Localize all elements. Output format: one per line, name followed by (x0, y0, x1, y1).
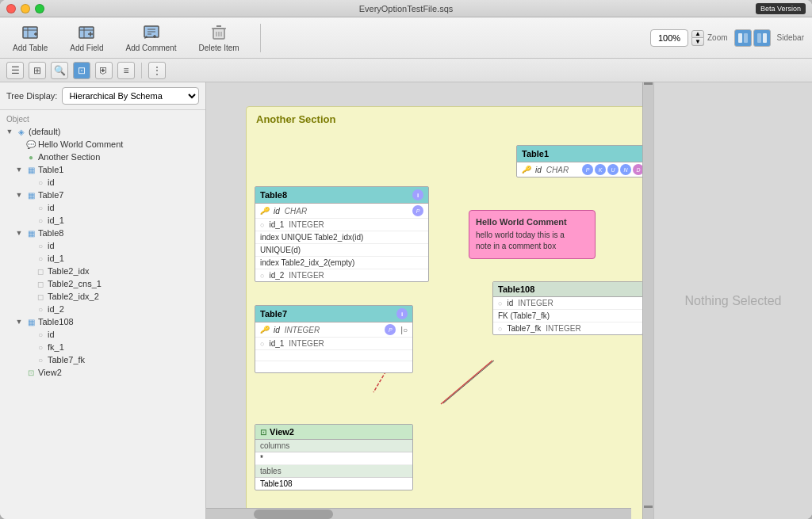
canvas[interactable]: Another Section (206, 82, 642, 519)
table8-row-unique[interactable]: UNIQUE(d) (255, 244, 428, 257)
tree-item-table108-t7fk[interactable]: ▶ ○ Table7_fk (0, 353, 205, 366)
tree-arrow-table1[interactable]: ▼ (14, 165, 24, 174)
tree-item-table108-fk1[interactable]: ▶ ○ fk_1 (0, 341, 205, 353)
tree-item-table108-id[interactable]: ▶ ○ id (0, 328, 205, 341)
tree-item-table7-id1[interactable]: ▶ ○ id_1 (0, 214, 205, 227)
zoom-up-button[interactable]: ▲ (691, 30, 704, 38)
field-icon-t7-id1: ○ (35, 215, 46, 226)
table1-header[interactable]: Table1 i (517, 146, 642, 162)
tree-arrow-default[interactable]: ▼ (5, 127, 14, 136)
table108-header[interactable]: Table108 (493, 282, 642, 297)
minimize-button[interactable] (21, 4, 30, 13)
add-comment-button[interactable]: Add Comment (121, 20, 182, 55)
tree-item-table8-idx2[interactable]: ▶ ◻ Table2_idx_2 (0, 290, 205, 303)
svg-rect-23 (738, 33, 742, 43)
field-action-2[interactable]: K (595, 164, 606, 175)
tree-item-table108[interactable]: ▼ ▦ Table108 (0, 315, 205, 328)
table108-row-fk[interactable]: FK (Table7_fk) (493, 310, 642, 322)
tree-arrow-table108[interactable]: ▼ (14, 317, 24, 326)
text-view-button[interactable]: ≡ (117, 62, 135, 79)
table7-info-btn[interactable]: i (396, 308, 408, 319)
hello-world-comment-box[interactable]: Hello World Comment hello world today th… (469, 210, 596, 259)
window-title: EveryOptionTestFile.sqs (359, 4, 454, 13)
tree-label-t8-id: id (48, 241, 55, 250)
tree-label-table7: Table7 (38, 190, 63, 200)
table8-row-id[interactable]: 🔑 id CHAR P (255, 204, 428, 219)
tree-label-t108-fk1: fk_1 (48, 342, 64, 352)
main-window: EveryOptionTestFile.sqs Beta Version Add… (0, 0, 812, 519)
field-action-3[interactable]: U (607, 164, 619, 175)
tree-item-default[interactable]: ▼ ◈ (default) (0, 125, 205, 138)
vertical-scrollbar[interactable] (642, 82, 653, 519)
field-icon-t108-id: ○ (35, 329, 46, 340)
view2-table-108[interactable]: Table108 (255, 478, 412, 490)
field-icon-idx2: ◻ (35, 291, 46, 302)
t7-field-btn[interactable]: P (385, 324, 396, 335)
table8-row-id1[interactable]: ○ id_1 INTEGER (255, 219, 428, 231)
grid-view-button[interactable]: ⊞ (29, 62, 46, 79)
sidebar-panel-button[interactable] (734, 29, 752, 47)
horizontal-scrollbar[interactable] (206, 508, 631, 519)
object-label: Object (0, 113, 205, 125)
tree-item-table8-id[interactable]: ▶ ○ id (0, 239, 205, 252)
tree-label-t108-id: id (48, 330, 55, 339)
table8-info-btn[interactable]: i (412, 189, 423, 200)
add-table-button[interactable]: Add Table (8, 20, 52, 55)
tree-item-hello-world[interactable]: ▶ 💬 Hello World Comment (0, 138, 205, 151)
add-table-icon (21, 23, 40, 42)
table1-row-id[interactable]: 🔑 id CHAR P K U N D A N (517, 162, 642, 177)
field-icon-cns1: ◻ (35, 278, 46, 289)
search-button[interactable]: 🔍 (51, 62, 68, 79)
table108-row-id[interactable]: ○ id INTEGER (493, 297, 642, 310)
table108-row-t7fk[interactable]: ○ Table7_fk INTEGER (493, 322, 642, 334)
table7-row-id1[interactable]: ○ id_1 INTEGER (255, 338, 412, 350)
tree-arrow-table7[interactable]: ▼ (14, 190, 24, 200)
comment-icon: 💬 (25, 139, 36, 150)
view2-column-star[interactable]: * (255, 452, 412, 465)
tree-item-table8[interactable]: ▼ ▦ Table8 (0, 227, 205, 239)
schema-view-button[interactable]: ⊡ (73, 62, 90, 79)
tree-label-table1: Table1 (38, 165, 63, 174)
table8-row-idx[interactable]: index UNIQUE Table2_idx(id) (255, 231, 428, 244)
close-button[interactable] (6, 4, 16, 13)
table7-row-id[interactable]: 🔑 id INTEGER P |○ (255, 322, 412, 338)
field-icon-t8-id: ○ (35, 240, 46, 251)
tree-item-view2[interactable]: ▶ ⊡ View2 (0, 366, 205, 379)
field-icon-t8-id1: ○ (35, 253, 46, 264)
field-action-5[interactable]: D (633, 164, 642, 175)
scroll-thumb-v-bottom (644, 506, 653, 508)
list-view-button[interactable]: ☰ (6, 62, 24, 79)
tree-item-table8-id2[interactable]: ▶ ○ id_2 (0, 303, 205, 315)
canvas-inner: Another Section (206, 82, 642, 519)
add-field-button[interactable]: Add Field (65, 20, 108, 55)
tree-item-table8-idx[interactable]: ▶ ◻ Table2_idx (0, 265, 205, 277)
tree-arrow-table8[interactable]: ▼ (14, 228, 24, 238)
tree-label-view2: View2 (38, 368, 62, 377)
sidebar-right-button[interactable] (753, 29, 771, 47)
tree-item-another-section[interactable]: ▶ ● Another Section (0, 151, 205, 163)
maximize-button[interactable] (35, 4, 44, 13)
tree-item-table8-cns1[interactable]: ▶ ◻ Table2_cns_1 (0, 277, 205, 290)
table8-row-id2[interactable]: ○ id_2 INTEGER (255, 269, 428, 281)
tree-item-table1-id[interactable]: ▶ ○ id (0, 176, 205, 189)
table8-header[interactable]: Table8 i (255, 187, 428, 204)
filter-button[interactable]: ⛨ (95, 62, 113, 79)
zoom-input[interactable] (650, 29, 688, 47)
view2-header[interactable]: ⊡ View2 (255, 425, 412, 440)
table8-row-idx2[interactable]: index Table2_idx_2(empty) (255, 257, 428, 269)
scroll-thumb-h[interactable] (254, 509, 333, 519)
t7-field-icon: ○ (260, 340, 264, 348)
tree-item-table8-id1[interactable]: ▶ ○ id_1 (0, 252, 205, 265)
table7-header[interactable]: Table7 i (255, 306, 412, 322)
more-button[interactable]: ⋮ (148, 62, 166, 79)
delete-item-button[interactable]: Delete Item (193, 20, 243, 55)
tree-item-table7[interactable]: ▼ ▦ Table7 (0, 189, 205, 201)
tree-item-table1[interactable]: ▼ ▦ Table1 (0, 163, 205, 176)
tree-display-select[interactable]: Hierarchical By Schema Flat (62, 87, 199, 105)
toolbar-separator (260, 24, 261, 52)
zoom-down-button[interactable]: ▼ (691, 38, 704, 46)
t8-field-btn[interactable]: P (412, 205, 423, 216)
field-action-4[interactable]: N (620, 164, 631, 175)
field-action-1[interactable]: P (582, 164, 593, 175)
tree-item-table7-id[interactable]: ▶ ○ id (0, 201, 205, 214)
